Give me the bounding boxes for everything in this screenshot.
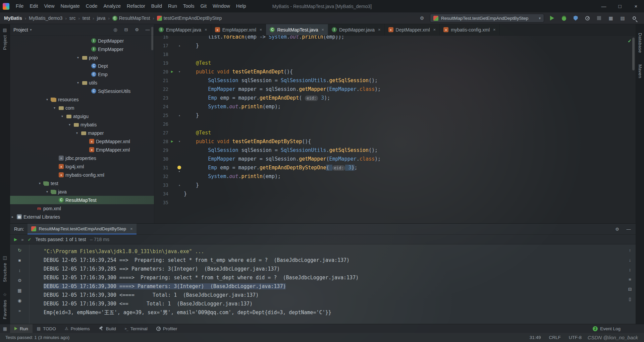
- fold-down-icon[interactable]: ▾: [176, 137, 183, 146]
- build-wrench-icon[interactable]: ⚙: [418, 14, 426, 22]
- tree-item-emp[interactable]: CEmp: [10, 70, 154, 78]
- tree-item-sqlsessionutils[interactable]: CSqlSessionUtils: [10, 87, 154, 95]
- event-log-button[interactable]: 2 Event Log: [593, 326, 644, 331]
- code-editor[interactable]: 16 list.forEach(emp -> System.out.printl…: [154, 36, 636, 223]
- menu-git[interactable]: Git: [198, 3, 210, 9]
- toolwindow-button-run[interactable]: Run: [10, 324, 33, 333]
- chevron-right-icon[interactable]: ▸: [10, 215, 15, 219]
- chevron-down-icon[interactable]: ▾: [60, 114, 65, 118]
- tree-item-com[interactable]: ▾com: [10, 104, 154, 112]
- run-test-gutter-icon[interactable]: ▶: [168, 137, 176, 146]
- toolwindow-button-build[interactable]: Build: [94, 324, 120, 333]
- breadcrumb-test[interactable]: test: [83, 15, 90, 21]
- snapshot-icon[interactable]: ◉: [17, 298, 23, 303]
- breadcrumb-mybatis[interactable]: MyBatis: [4, 15, 22, 21]
- tree-item-dept[interactable]: CDept: [10, 62, 154, 70]
- fold-down-icon[interactable]: ▾: [176, 67, 183, 76]
- tree-item-mybatis-config.xml[interactable]: xmybatis-config.xml: [10, 171, 154, 179]
- breadcrumb-java[interactable]: java: [97, 15, 106, 21]
- menu-file[interactable]: File: [13, 3, 26, 9]
- collapse-all-icon[interactable]: ⊟: [123, 27, 129, 32]
- tree-item-utils[interactable]: ▾utils: [10, 78, 154, 87]
- settings-icon[interactable]: ⚙: [134, 27, 140, 32]
- close-tab-icon[interactable]: ×: [322, 27, 324, 32]
- project-scrollbar[interactable]: [151, 27, 153, 50]
- minimize-button[interactable]: —: [596, 0, 612, 12]
- menu-window[interactable]: Window: [210, 3, 233, 9]
- chevron-down-icon[interactable]: ▾: [52, 106, 57, 110]
- chevron-down-icon[interactable]: ▾: [45, 190, 50, 193]
- stop-icon[interactable]: ■: [17, 258, 23, 263]
- rerun-icon[interactable]: ↻: [17, 248, 23, 253]
- menu-code[interactable]: Code: [83, 3, 101, 9]
- project-toolwindow-button[interactable]: ▤ Project: [2, 27, 7, 50]
- breadcrumb-mybatis-demo3[interactable]: MyBatis_demo3: [29, 15, 62, 21]
- tab-empmapper.java[interactable]: IEmpMapper.java×: [155, 24, 211, 35]
- line-ending-widget[interactable]: CRLF: [549, 335, 560, 340]
- chevron-down-icon[interactable]: ▾: [37, 181, 42, 185]
- close-button[interactable]: ×: [628, 0, 644, 12]
- run-configuration-select[interactable]: ResultMapTest.testGetEmpAndDeptByStep ▾: [430, 14, 544, 22]
- hide-panel-icon[interactable]: —: [145, 27, 151, 32]
- coverage-button[interactable]: [572, 14, 579, 22]
- tree-item-pojo[interactable]: ▾pojo: [10, 53, 154, 62]
- debug-button[interactable]: [560, 14, 568, 22]
- chevron-down-icon[interactable]: ▾: [67, 123, 72, 126]
- database-toolwindow-button[interactable]: Database: [638, 33, 643, 53]
- breadcrumb-testgetempanddeptbystep[interactable]: testGetEmpAndDeptByStep: [157, 15, 222, 21]
- clear-icon[interactable]: ▯: [627, 296, 633, 301]
- close-tab-icon[interactable]: ×: [493, 27, 496, 32]
- print-icon[interactable]: ⊟: [627, 287, 633, 292]
- sort-icon[interactable]: ↕: [17, 268, 23, 273]
- menu-edit[interactable]: Edit: [26, 3, 41, 9]
- close-tab-icon[interactable]: ×: [260, 27, 262, 32]
- scroll-up-icon[interactable]: ↑: [627, 248, 633, 253]
- run-tab[interactable]: ResultMapTest.testGetEmpAndDeptByStep ×: [28, 224, 137, 234]
- menu-analyze[interactable]: Analyze: [100, 3, 124, 9]
- tree-item-atguigu[interactable]: ▾atguigu: [10, 112, 154, 120]
- toolwindow-button-profiler[interactable]: Profiler: [152, 324, 182, 333]
- chevron-down-icon[interactable]: ▾: [74, 131, 79, 135]
- hide-panel-icon[interactable]: —: [626, 227, 632, 232]
- menu-build[interactable]: Build: [148, 3, 165, 9]
- stop-button[interactable]: [595, 14, 603, 22]
- menu-view[interactable]: View: [41, 3, 57, 9]
- project-panel-title[interactable]: Project: [13, 27, 28, 33]
- locate-file-icon[interactable]: ◎: [112, 27, 118, 32]
- tree-item-jdbc.properties[interactable]: ≡jdbc.properties: [10, 154, 154, 162]
- menu-icon[interactable]: ≡: [627, 277, 633, 282]
- fold-up-icon[interactable]: ▴: [176, 181, 183, 189]
- profiler-button[interactable]: [584, 14, 591, 22]
- tree-item-pom.xml[interactable]: mpom.xml: [10, 204, 154, 213]
- tree-item-resultmaptest[interactable]: CResultMapTest: [10, 196, 154, 204]
- toolwindow-button-terminal[interactable]: >_Terminal: [120, 324, 152, 333]
- breadcrumb-src[interactable]: src: [69, 15, 76, 21]
- fold-up-icon[interactable]: ▴: [176, 111, 183, 120]
- intention-bulb-icon[interactable]: [176, 163, 183, 172]
- chevron-down-icon[interactable]: ▾: [75, 56, 80, 59]
- tab-empmapper.xml[interactable]: xEmpMapper.xml×: [211, 24, 266, 35]
- maven-toolwindow-button[interactable]: Maven: [638, 64, 643, 78]
- editor-scrollbar[interactable]: [632, 38, 635, 70]
- settings-icon[interactable]: ⚙: [17, 278, 23, 283]
- close-icon[interactable]: ×: [130, 226, 133, 231]
- structure-toolwindow-button[interactable]: ◫ Structure: [2, 255, 7, 282]
- tree-item-log4j.xml[interactable]: xlog4j.xml: [10, 162, 154, 171]
- caret-position-widget[interactable]: 31:49: [530, 335, 541, 340]
- close-tab-icon[interactable]: ×: [378, 27, 381, 32]
- expand-toolbar-icon[interactable]: »: [21, 237, 23, 242]
- tab-deptmapper.xml[interactable]: xDeptMapper.xml×: [385, 24, 440, 35]
- menu-run[interactable]: Run: [165, 3, 180, 9]
- maximize-button[interactable]: □: [612, 0, 628, 12]
- tree-item-deptmapper.xml[interactable]: xDeptMapper.xml: [10, 137, 154, 146]
- grid-icon[interactable]: ▦: [17, 288, 23, 293]
- run-test-gutter-icon[interactable]: ▶: [168, 67, 176, 76]
- scroll-down-icon[interactable]: ↓: [627, 258, 633, 263]
- menu-navigate[interactable]: Navigate: [58, 3, 83, 9]
- tree-item-mybatis[interactable]: ▾mybatis: [10, 120, 154, 129]
- toolwindow-switcher-icon[interactable]: ▦: [0, 326, 10, 331]
- settings-icon[interactable]: ⚙: [614, 227, 620, 232]
- search-everywhere-button[interactable]: [631, 14, 638, 22]
- console-output[interactable]: "C:\Program Files\Java\jdk1.8.0_131\bin\…: [30, 244, 624, 324]
- fold-up-icon[interactable]: ▴: [176, 41, 183, 50]
